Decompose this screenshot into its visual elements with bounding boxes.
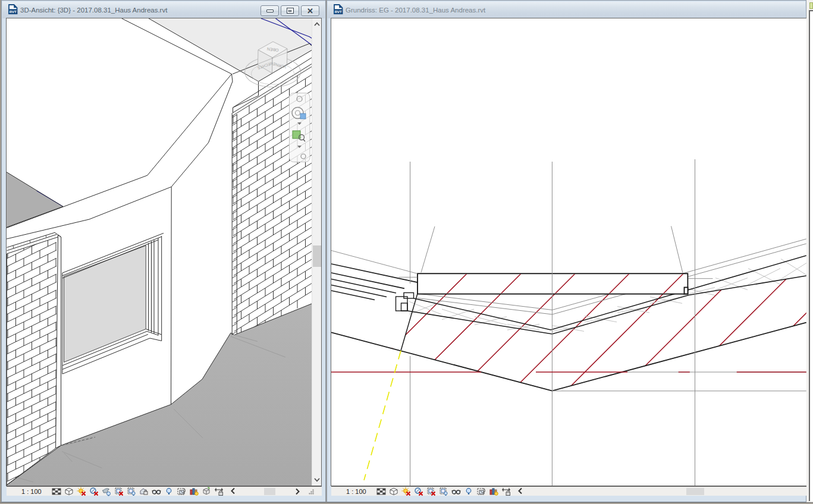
svg-text:RVT: RVT — [335, 10, 342, 13]
svg-text:RVT: RVT — [10, 10, 17, 13]
